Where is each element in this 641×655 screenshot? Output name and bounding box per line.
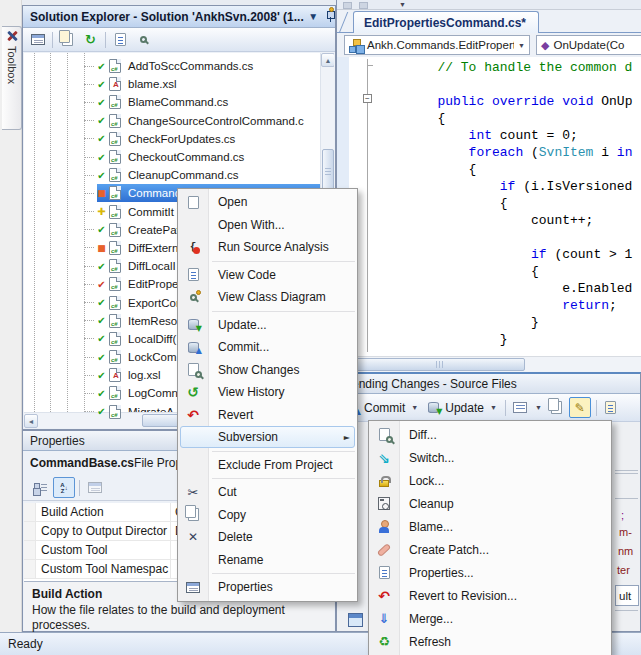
menu-item-properties[interactable]: Properties... — [369, 561, 611, 584]
property-pages-icon[interactable] — [84, 477, 106, 498]
edit-log-message-toggle[interactable]: ✎ — [569, 397, 591, 418]
menu-item-cut[interactable]: ✂Cut — [178, 481, 357, 504]
categorized-icon[interactable] — [29, 477, 51, 498]
scrollbar-thumb[interactable] — [322, 149, 334, 193]
member-dropdown[interactable]: ◆ OnUpdate(Co — [536, 35, 641, 55]
alphabetical-sort-icon[interactable]: AZ↓ — [53, 477, 75, 498]
tree-item-changesourcecontrolcommand.c[interactable]: ✔ChangeSourceControlCommand.c — [24, 112, 320, 130]
menu-item-open-with[interactable]: Open With... — [178, 214, 357, 237]
code-line — [337, 76, 641, 93]
menu-item-revert-to-revision[interactable]: ↶Revert to Revision... — [369, 584, 611, 607]
list-view-icon[interactable] — [511, 400, 529, 416]
menu-item-copy[interactable]: Copy — [178, 504, 357, 527]
svn-status-check-icon: ✔ — [95, 152, 108, 163]
pending-changes-title-bar[interactable]: Pending Changes - Source Files — [337, 374, 640, 394]
submenu-arrow-icon: ► — [344, 433, 350, 442]
tree-connector — [84, 229, 94, 230]
pending-changes-title: Pending Changes - Source Files — [344, 377, 517, 391]
tree-item-cleanupcommand.cs[interactable]: ✔CleanupCommand.cs — [24, 166, 320, 184]
menu-item-properties[interactable]: Properties — [178, 576, 357, 599]
tree-item-blamecommand.cs[interactable]: ✔BlameCommand.cs — [24, 93, 320, 111]
svn-status-modified-icon: ■ — [95, 188, 108, 198]
xsl-file-icon — [109, 368, 121, 382]
solution-explorer-toolbar: ↻ — [23, 28, 335, 52]
tree-item-addtoscccommands.cs[interactable]: ✔AddToSccCommands.cs — [24, 57, 320, 75]
chevron-down-icon[interactable]: ▼ — [408, 404, 421, 411]
menu-item-exclude-from-project[interactable]: Exclude From Project — [178, 454, 357, 477]
svn-commit-icon: ▲ — [184, 339, 202, 355]
class-diagram-icon[interactable] — [133, 30, 154, 50]
code-line: } — [337, 314, 641, 331]
tree-connector — [84, 320, 94, 321]
tree-item-label: CheckoutCommand.cs — [125, 150, 247, 164]
chevron-down-icon[interactable]: ▼ — [399, 1, 406, 8]
tree-item-label: ChangeSourceControlCommand.c — [125, 114, 307, 128]
commit-button[interactable]: Commit — [364, 401, 405, 415]
scroll-left-icon[interactable]: ◄ — [24, 414, 38, 428]
chevron-down-icon[interactable]: ▼ — [487, 404, 500, 411]
pin-icon[interactable] — [323, 10, 335, 24]
class-dropdown-value: Ankh.Commands.EditProperti — [363, 39, 514, 51]
menu-item-icon-slot — [178, 267, 208, 283]
menu-item-revert[interactable]: ↶Revert — [178, 404, 357, 427]
menu-item-diff[interactable]: Diff... — [369, 423, 611, 446]
svn-blame-icon — [375, 519, 393, 535]
view-code-icon[interactable] — [110, 30, 131, 50]
class-dropdown[interactable]: Ankh.Commands.EditProperti ▼ — [344, 35, 530, 55]
tree-item-checkforupdates.cs[interactable]: ✔CheckForUpdates.cs — [24, 130, 320, 148]
combo-fragment[interactable]: ult — [615, 585, 639, 606]
menu-item-icon-slot: ↶ — [178, 407, 208, 423]
tree-connector — [84, 302, 94, 303]
menu-item-delete[interactable]: ✕Delete — [178, 526, 357, 549]
menu-item-blame[interactable]: Blame... — [369, 515, 611, 538]
show-all-files-icon[interactable] — [57, 30, 78, 50]
scroll-up-icon[interactable]: ▲ — [321, 53, 334, 67]
menu-item-switch[interactable]: ⇘Switch... — [369, 446, 611, 469]
menu-item-label: Subversion — [208, 430, 278, 444]
tree-item-blame.xsl[interactable]: ✔blame.xsl — [24, 75, 320, 93]
editor-tab-editpropertiescommand[interactable]: EditPropertiesCommand.cs* — [353, 11, 539, 33]
menu-item-label: Properties — [208, 580, 273, 594]
menu-item-refresh[interactable]: ♻Refresh — [369, 630, 611, 653]
code-line: { — [337, 263, 641, 280]
tree-connector — [84, 211, 94, 212]
menu-item-commit[interactable]: ▲Commit... — [178, 336, 357, 359]
menu-item-view-history[interactable]: ↺View History — [178, 381, 357, 404]
menu-item-subversion[interactable]: Subversion► — [178, 426, 357, 449]
source-analysis-icon: { — [184, 239, 202, 255]
menu-item-lock[interactable]: Lock... — [369, 469, 611, 492]
menu-item-cleanup[interactable]: Cleanup — [369, 492, 611, 515]
properties-window-icon[interactable] — [27, 30, 48, 50]
chevron-down-icon[interactable]: ▼ — [532, 404, 545, 411]
tree-item-checkoutcommand.cs[interactable]: ✔CheckoutCommand.cs — [24, 148, 320, 166]
menu-item-label: Copy — [208, 508, 246, 522]
update-button[interactable]: Update — [445, 401, 484, 415]
refresh-icon[interactable]: ↻ — [80, 30, 101, 50]
menu-item-icon-slot: ✕ — [178, 529, 208, 545]
window-menu-chevron-icon[interactable]: ▼ — [306, 10, 321, 24]
menu-item-open[interactable]: Open — [178, 191, 357, 214]
code-area[interactable]: − // To handle the common dpublic overri… — [337, 57, 641, 356]
tree-connector — [84, 66, 94, 67]
csharp-file-icon — [109, 405, 121, 419]
menu-item-view-code[interactable]: View Code — [178, 264, 357, 287]
editor-horizontal-scrollbar[interactable]: ◄ — [337, 356, 641, 372]
menu-item-label: Switch... — [399, 451, 454, 465]
menu-item-merge[interactable]: ⇓Merge... — [369, 607, 611, 630]
menu-item-show-changes[interactable]: Show Changes — [178, 359, 357, 382]
scrollbar-thumb[interactable] — [355, 358, 525, 371]
menu-item-run-source-analysis[interactable]: {Run Source Analysis — [178, 236, 357, 259]
tree-item-label: LogComn — [125, 386, 181, 400]
copy-icon[interactable] — [548, 400, 566, 416]
tree-item-label: CheckForUpdates.cs — [125, 132, 238, 146]
svn-lock-icon — [375, 473, 393, 489]
menu-item-update[interactable]: ▼Update... — [178, 314, 357, 337]
menu-item-create-patch[interactable]: Create Patch... — [369, 538, 611, 561]
tree-item-label: LocalDiff( — [125, 332, 179, 346]
menu-item-label: Lock... — [399, 474, 444, 488]
open-document-icon — [184, 194, 202, 210]
menu-item-view-class-diagram[interactable]: View Class Diagram — [178, 286, 357, 309]
toolbox-tab[interactable]: Toolbox — [2, 26, 22, 130]
menu-item-rename[interactable]: Rename — [178, 549, 357, 572]
solution-explorer-title-bar[interactable]: Solution Explorer - Solution 'AnkhSvn.20… — [23, 6, 335, 28]
